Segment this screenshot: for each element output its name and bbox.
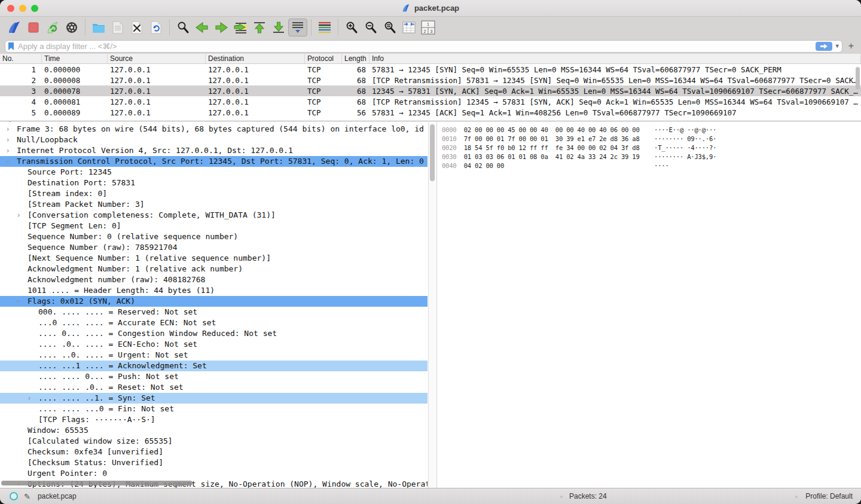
close-file-icon[interactable] [127, 19, 146, 36]
hex-offset: 0020 [442, 144, 457, 151]
status-bar: ✎ packet.pcap Packets: 24 Profile: Defau… [0, 488, 861, 504]
detail-line-4[interactable]: Source Port: 12345 [0, 167, 428, 178]
detail-line-29[interactable]: [Calculated window size: 65535] [0, 436, 428, 447]
detail-line-27[interactable]: [TCP Flags: ·······A··S·] [0, 414, 428, 425]
chevron-down-icon[interactable]: › [13, 297, 24, 306]
hex-row-0000[interactable]: 0000 02 00 00 00 45 00 00 40 00 00 40 00… [437, 126, 861, 135]
go-first-packet-icon[interactable] [250, 19, 269, 36]
detail-line-6[interactable]: [Stream index: 0] [0, 188, 428, 199]
detail-line-13[interactable]: Acknowledgment Number: 1 (relative ack n… [0, 264, 428, 274]
detail-line-16[interactable]: ›Flags: 0x012 (SYN, ACK) [0, 296, 428, 307]
zoom-reset-icon[interactable] [380, 19, 399, 36]
fullscreen-window-button[interactable] [31, 5, 38, 12]
detail-line-22[interactable]: .... ...1 .... = Acknowledgment: Set [0, 361, 428, 371]
detail-line-30[interactable]: Checksum: 0xfe34 [unverified] [0, 447, 428, 457]
traffic-lights [7, 5, 38, 12]
detail-line-10[interactable]: Sequence Number: 0 (relative sequence nu… [0, 231, 428, 242]
detail-line-17[interactable]: 000. .... .... = Reserved: Not set [0, 307, 428, 317]
detail-line-1[interactable]: ›Null/Loopback [0, 135, 428, 145]
auto-scroll-icon[interactable] [288, 19, 307, 36]
cell-no: 2 [0, 76, 42, 85]
detail-line-25[interactable]: ›.... .... ..1. = Syn: Set [0, 393, 428, 404]
detail-line-text: .... .... ..1. = Syn: Set [0, 393, 155, 402]
chevron-right-icon[interactable]: › [4, 124, 12, 135]
detail-line-20[interactable]: .... .0.. .... = ECN-Echo: Not set [0, 339, 428, 350]
detail-line-5[interactable]: Destination Port: 57831 [0, 178, 428, 188]
capture-comment-pencil-icon[interactable]: ✎ [24, 492, 30, 501]
detail-line-12[interactable]: [Next Sequence Number: 1 (relative seque… [0, 253, 428, 264]
detail-line-26[interactable]: .... .... ...0 = Fin: Not set [0, 404, 428, 414]
packet-row-5[interactable]: 50.000089127.0.0.1127.0.0.1TCP5657831 → … [0, 107, 861, 118]
chevron-right-icon[interactable]: › [4, 135, 12, 145]
resize-columns-icon[interactable] [399, 19, 419, 36]
stop-capture-icon[interactable] [24, 19, 43, 36]
detail-line-24[interactable]: .... .... .0.. = Reset: Not set [0, 382, 428, 393]
column-header-src[interactable]: Source [108, 54, 206, 63]
close-window-button[interactable] [7, 5, 14, 12]
detail-line-23[interactable]: .... .... 0... = Push: Not set [0, 371, 428, 382]
cell-proto: TCP [305, 108, 342, 117]
open-file-folder-icon[interactable] [89, 19, 108, 36]
hex-row-0020[interactable]: 0020 18 54 5f f0 b0 12 ff ff fe 34 00 00… [437, 143, 861, 152]
detail-line-15[interactable]: 1011 .... = Header Length: 44 bytes (11) [0, 285, 428, 296]
chevron-right-icon[interactable]: › [4, 145, 12, 156]
statusbar-profile[interactable]: Profile: Default [805, 492, 853, 500]
colorize-packets-icon[interactable] [315, 19, 334, 36]
add-filter-button-plus-icon[interactable]: + [846, 41, 856, 51]
packet-row-2[interactable]: 20.000008127.0.0.1127.0.0.1TCP68[TCP Ret… [0, 75, 861, 85]
filter-history-dropdown[interactable]: ▼ [835, 43, 840, 49]
packet-row-1[interactable]: 10.000000127.0.0.1127.0.0.1TCP6857831 → … [0, 64, 861, 75]
detail-line-3[interactable]: ›Transmission Control Protocol, Src Port… [0, 156, 428, 167]
go-forward-icon[interactable] [212, 19, 231, 36]
detail-line-14[interactable]: Acknowledgment number (raw): 408182768 [0, 274, 428, 285]
detail-line-19[interactable]: .... 0... .... = Congestion Window Reduc… [0, 328, 428, 339]
hex-row-0030[interactable]: 0030 01 03 03 06 01 01 08 0a 41 02 4a 33… [437, 152, 861, 161]
chevron-right-icon[interactable]: › [25, 393, 33, 404]
detail-line-9[interactable]: [TCP Segment Len: 0] [0, 221, 428, 231]
detail-line-2[interactable]: ›Internet Protocol Version 4, Src: 127.0… [0, 145, 428, 156]
hex-row-0010[interactable]: 0010 7f 00 00 01 7f 00 00 01 30 39 e1 e7… [437, 135, 861, 143]
chevron-down-icon[interactable]: › [2, 157, 13, 166]
find-packet-icon[interactable] [173, 19, 193, 36]
column-header-len[interactable]: Length [342, 54, 370, 63]
expert-info-icon[interactable] [10, 492, 18, 500]
detail-line-31[interactable]: [Checksum Status: Unverified] [0, 457, 428, 468]
packet-row-4[interactable]: 40.000081127.0.0.1127.0.0.1TCP68[TCP Ret… [0, 96, 861, 107]
detail-horizontal-scrollbar[interactable] [1, 481, 193, 485]
cell-info: 57831 → 12345 [ACK] Seq=1 Ack=1 Win=4082… [370, 108, 861, 117]
apply-filter-button[interactable] [816, 42, 832, 51]
detail-vertical-scrollbar[interactable] [428, 122, 436, 488]
detail-line-11[interactable]: Sequence Number (raw): 785921704 [0, 242, 428, 253]
save-file-icon[interactable] [108, 19, 127, 36]
minimize-window-button[interactable] [19, 5, 26, 12]
packet-row-3[interactable]: 30.000078127.0.0.1127.0.0.1TCP6812345 → … [0, 85, 861, 96]
packet-list-scrollbar[interactable] [856, 67, 860, 90]
display-filter-input[interactable]: Apply a display filter ... <⌘/> ▼ [5, 40, 842, 53]
detail-line-0[interactable]: ›Frame 3: 68 bytes on wire (544 bits), 6… [0, 124, 428, 135]
column-header-dst[interactable]: Destination [206, 54, 305, 63]
zoom-in-icon[interactable] [342, 19, 361, 36]
column-header-time[interactable]: Time [42, 54, 108, 63]
hex-row-0040[interactable]: 0040 04 02 00 00 ···· [437, 161, 861, 170]
go-back-icon[interactable] [193, 19, 212, 36]
wireshark-fin-start-capture-icon[interactable] [5, 19, 24, 36]
chevron-right-icon[interactable]: › [14, 210, 23, 221]
detail-line-32[interactable]: Urgent Pointer: 0 [0, 468, 428, 479]
detail-line-18[interactable]: ...0 .... .... = Accurate ECN: Not set [0, 317, 428, 328]
go-last-packet-icon[interactable] [269, 19, 288, 36]
capture-options-gear-icon[interactable] [62, 19, 81, 36]
detail-line-21[interactable]: .... ..0. .... = Urgent: Not set [0, 350, 428, 361]
column-header-no[interactable]: No. [0, 54, 42, 63]
cell-len: 68 [342, 65, 370, 74]
column-header-info[interactable]: Info [370, 54, 861, 63]
detail-line-7[interactable]: [Stream Packet Number: 3] [0, 199, 428, 210]
restart-capture-icon[interactable] [43, 19, 62, 36]
go-to-packet-icon[interactable] [231, 19, 250, 36]
column-header-proto[interactable]: Protocol [305, 54, 342, 63]
layout-icon[interactable]: 123 [419, 19, 438, 36]
detail-line-28[interactable]: Window: 65535 [0, 425, 428, 436]
bookmark-icon[interactable] [8, 42, 14, 51]
zoom-out-icon[interactable] [361, 19, 380, 36]
detail-line-8[interactable]: ›[Conversation completeness: Complete, W… [0, 210, 428, 221]
reload-file-icon[interactable] [146, 19, 166, 36]
